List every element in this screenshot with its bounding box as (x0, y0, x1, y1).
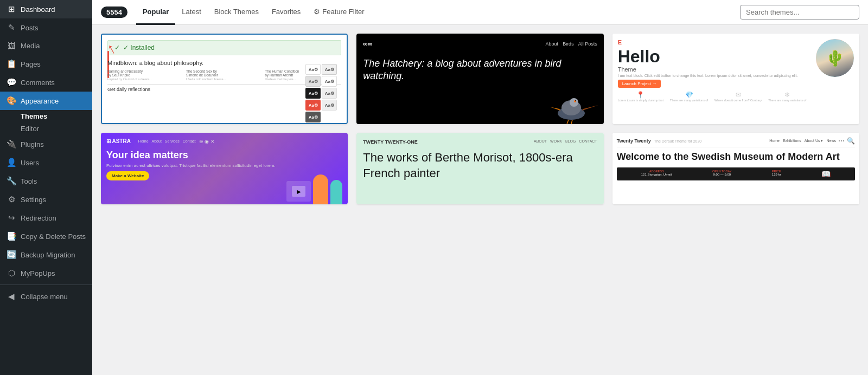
plugins-icon: 🔌 (7, 139, 16, 149)
tt-search-icon: 🔍 (847, 137, 855, 145)
tt2-logo: ∞∞ (363, 40, 372, 48)
swatch3: Aa⚙ (305, 76, 321, 87)
tt-address-bar: ADDRESS 121 Storgatan, Umeå OPEN TODAY 9… (617, 167, 855, 180)
book-icon: 📖 (821, 170, 831, 178)
tt2-nav-links: About Birds All Posts (546, 41, 597, 47)
theme-card-tt3: ↑ ✓ ✓ Installed Mindblown: a blog about … (101, 34, 348, 124)
swatch7: Aa⚙ (305, 100, 321, 111)
tt-brand: Twenty Twenty (617, 138, 651, 144)
hello-body-text: I am text block. Click edit button to ch… (618, 74, 854, 77)
theme-card-tt: Twenty Twenty The Default Theme for 2020… (612, 133, 859, 204)
swatch8: Aa⚙ (322, 100, 337, 111)
sidebar-item-appearance[interactable]: 🎨 Appearance (0, 92, 92, 110)
swatch2: Aa⚙ (322, 64, 337, 75)
sidebar-sub-editor[interactable]: Editor (0, 122, 92, 135)
tt-nav-links: Home Exhibitions About Us ▾ News (769, 139, 836, 143)
sidebar-item-settings[interactable]: ⚙ Settings (0, 190, 92, 209)
themes-grid: ↑ ✓ ✓ Installed Mindblown: a blog about … (92, 25, 868, 375)
pages-icon: 📋 (7, 59, 16, 69)
comments-icon: 💬 (7, 77, 16, 87)
sidebar-item-pages[interactable]: 📋 Pages (0, 55, 92, 73)
theme-card-tt1: TWENTY TWENTY-ONE ABOUT WORK BLOG CONTAC… (356, 133, 603, 204)
gear-icon: ⚙ (314, 8, 320, 16)
theme-preview-tt1: TWENTY TWENTY-ONE ABOUT WORK BLOG CONTAC… (356, 133, 603, 204)
tab-feature-filter[interactable]: ⚙ Feature Filter (307, 0, 371, 25)
swatch4: Aa⚙ (322, 76, 337, 87)
hello-circle-image: 🌵 (816, 39, 854, 77)
sidebar-item-users[interactable]: 👤 Users (0, 153, 92, 172)
hello-launch-button[interactable]: Launch Project → (618, 80, 661, 88)
swatch5: Aa⚙ (305, 88, 321, 99)
dashboard-icon: ⊞ (7, 4, 16, 14)
themes-tab-bar: 5554 Popular Latest Block Themes Favorit… (92, 0, 868, 25)
theme-card-hello: E Hello Theme I am text block. Click edi… (612, 34, 859, 124)
svg-point-2 (570, 98, 578, 107)
hello-icons-row: 📍 Lorem ipsum is simply dummy text 💎 The… (618, 91, 854, 102)
tab-block-themes[interactable]: Block Themes (208, 0, 265, 25)
theme-card-astra: ⊞ ASTRA Home About Services Contact ⊕ ◉ … (101, 133, 348, 204)
swatch9: Aa⚙ (305, 112, 321, 122)
backup-icon: 🔄 (7, 250, 16, 260)
sidebar-item-comments[interactable]: 💬 Comments (0, 73, 92, 92)
theme-preview-tt3: ↑ ✓ ✓ Installed Mindblown: a blog about … (102, 35, 347, 123)
search-themes-input[interactable] (740, 5, 859, 20)
copy-icon: 📑 (7, 231, 16, 241)
tools-icon: 🔧 (7, 176, 16, 186)
sidebar-item-media[interactable]: 🖼 Media (0, 37, 92, 55)
astra-main-text: Your idea matters (106, 150, 342, 161)
tt-nav: Twenty Twenty The Default Theme for 2020… (617, 137, 855, 147)
tt2-main-text: The Hatchery: a blog about adventures in… (363, 57, 597, 83)
sidebar-sub-themes[interactable]: Themes (0, 110, 92, 122)
sidebar-item-mypopups[interactable]: ⬡ MyPopUps (0, 264, 92, 282)
svg-point-4 (575, 100, 576, 101)
sidebar-item-tools[interactable]: 🔧 Tools (0, 172, 92, 190)
tt-main-text: Welcome to the Swedish Museum of Modern … (617, 151, 855, 163)
tab-latest[interactable]: Latest (175, 0, 207, 25)
astra-sub-text: Pulvinar enim ac est ultrices volutpat. … (106, 163, 342, 168)
appearance-icon: 🎨 (7, 96, 16, 106)
tab-popular[interactable]: Popular (136, 0, 175, 25)
installed-banner: ✓ ✓ Installed (107, 40, 341, 55)
sidebar-item-posts[interactable]: ✎ Posts (0, 18, 92, 37)
sidebar-divider (0, 285, 92, 285)
tt-dots-icon: ⋯ (838, 137, 845, 145)
tt1-main-text: The works of Berthe Morisot, 1800s-era F… (363, 150, 597, 181)
theme-card-tt2: ∞∞ About Birds All Posts The Hatchery: a… (356, 34, 603, 124)
themes-count: 5554 (101, 7, 127, 18)
svg-line-5 (567, 120, 569, 124)
main-content: 5554 Popular Latest Block Themes Favorit… (92, 0, 868, 375)
tab-favorites[interactable]: Favorites (265, 0, 307, 25)
bird-illustration (539, 81, 604, 124)
users-icon: 👤 (7, 158, 16, 167)
sidebar-item-plugins[interactable]: 🔌 Plugins (0, 135, 92, 153)
theme-preview-tt: Twenty Twenty The Default Theme for 2020… (612, 133, 859, 204)
collapse-menu-button[interactable]: ◀ Collapse menu (0, 287, 92, 306)
tt1-header: TWENTY TWENTY-ONE ABOUT WORK BLOG CONTAC… (363, 139, 597, 145)
mypopups-icon: ⬡ (7, 268, 16, 278)
sidebar-item-dashboard[interactable]: ⊞ Dashboard (0, 0, 92, 18)
sidebar-item-backup[interactable]: 🔄 Backup Migration (0, 245, 92, 264)
swatch6: Aa⚙ (322, 88, 337, 99)
astra-nav: ⊞ ASTRA Home About Services Contact ⊕ ◉ … (106, 138, 342, 144)
svg-line-6 (571, 120, 572, 124)
media-icon: 🖼 (7, 41, 16, 50)
tt-default-label: The Default Theme for 2020 (654, 139, 701, 143)
swatch1: Aa⚙ (305, 64, 321, 75)
sidebar-item-redirection[interactable]: ↪ Redirection (0, 209, 92, 227)
posts-icon: ✎ (7, 23, 16, 33)
redirection-icon: ↪ (7, 213, 16, 223)
theme-footer-tt3: Twenty Twenty-Three Activated Customize (102, 123, 347, 124)
tt2-nav: ∞∞ About Birds All Posts (363, 40, 597, 48)
sidebar-item-copy-delete[interactable]: 📑 Copy & Delete Posts (0, 227, 92, 245)
hello-e-logo: E (618, 39, 854, 46)
settings-icon: ⚙ (7, 195, 16, 204)
collapse-icon: ◀ (7, 292, 16, 301)
sidebar: ⊞ Dashboard ✎ Posts 🖼 Media 📋 Pages 💬 Co… (0, 0, 92, 375)
theme-preview-tt2: ∞∞ About Birds All Posts The Hatchery: a… (356, 34, 603, 124)
theme-preview-hello: E Hello Theme I am text block. Click edi… (612, 34, 859, 124)
tt1-brand: TWENTY TWENTY-ONE (363, 139, 417, 145)
theme-preview-astra: ⊞ ASTRA Home About Services Contact ⊕ ◉ … (101, 133, 348, 204)
astra-cta-button[interactable]: Make a Website (106, 171, 149, 180)
tt3-color-grid: Aa⚙ Aa⚙ Aa⚙ Aa⚙ Aa⚙ Aa⚙ Aa⚙ Aa⚙ Aa⚙ (305, 64, 337, 122)
astra-logo: ⊞ ASTRA (106, 138, 131, 144)
